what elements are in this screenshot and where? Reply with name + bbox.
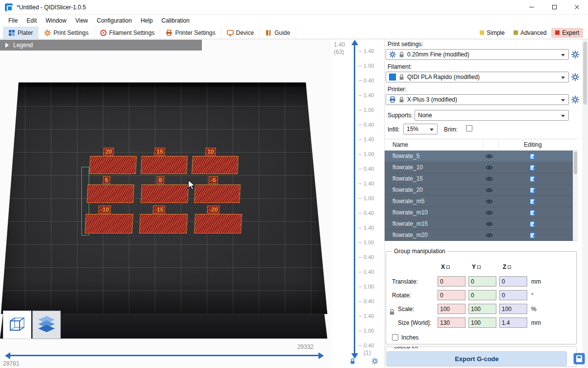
menu-view[interactable]: View: [71, 17, 93, 24]
object-row[interactable]: flowrate_m5: [385, 196, 573, 207]
inches-checkbox[interactable]: [392, 334, 398, 341]
menu-file[interactable]: File: [4, 17, 22, 24]
menu-calibration[interactable]: Calibration: [157, 17, 194, 24]
preview-view-button[interactable]: [32, 311, 61, 339]
edit-icon[interactable]: [530, 198, 537, 206]
flowrate-object[interactable]: [139, 214, 188, 234]
print-settings-gear-button[interactable]: [571, 50, 580, 59]
edit-icon[interactable]: [530, 209, 537, 217]
rotate-label: Rotate:: [392, 292, 411, 299]
tab-device[interactable]: Device: [221, 26, 260, 39]
size-x-input[interactable]: [438, 317, 466, 328]
object-row[interactable]: flowrate_15: [385, 173, 573, 184]
tick-mark: [359, 95, 362, 96]
object-row[interactable]: flowrate_m10: [385, 207, 573, 218]
menu-window[interactable]: Window: [41, 17, 71, 24]
moves-slider-right-arrow[interactable]: [318, 352, 324, 359]
size-z-input[interactable]: [499, 317, 527, 328]
tab-filament-settings[interactable]: Filament Settings: [95, 26, 161, 39]
eye-icon[interactable]: [486, 165, 493, 172]
flowrate-object[interactable]: [194, 214, 242, 234]
translate-y-input[interactable]: [468, 276, 496, 287]
mode-advanced[interactable]: Advanced: [510, 28, 550, 38]
flowrate-object[interactable]: [85, 214, 133, 234]
rotate-y-input[interactable]: [468, 290, 496, 300]
layer-slider-lock-icon[interactable]: [350, 358, 355, 366]
infill-combo[interactable]: 15%: [403, 124, 438, 134]
edit-icon[interactable]: [530, 232, 537, 240]
menu-bar: FileEditWindowViewConfigurationHelpCalib…: [0, 15, 588, 26]
scale-y-input[interactable]: [468, 304, 496, 314]
edit-icon[interactable]: [530, 153, 537, 161]
tab-plater[interactable]: Plater: [3, 26, 39, 39]
supports-combo[interactable]: None: [415, 110, 569, 121]
filament-gear-button[interactable]: [571, 73, 580, 81]
sidebar-scrollbar-thumb[interactable]: [583, 42, 587, 105]
size-y-input[interactable]: [468, 317, 496, 328]
translate-z-input[interactable]: [499, 276, 527, 287]
sidebar-scrollbar[interactable]: [582, 39, 588, 368]
filament-icon: [100, 29, 107, 36]
eye-icon[interactable]: [486, 176, 493, 183]
maximize-button[interactable]: [543, 0, 565, 15]
edit-icon[interactable]: [530, 164, 537, 172]
layer-slider-gear-icon[interactable]: [371, 358, 378, 366]
object-row[interactable]: flowrate_10: [385, 162, 573, 173]
plater-icon: [8, 29, 15, 36]
object-list-scrollbar-thumb[interactable]: [574, 152, 577, 174]
menu-edit[interactable]: Edit: [22, 17, 41, 24]
flowrate-object[interactable]: [194, 184, 241, 203]
translate-x-input[interactable]: [438, 276, 466, 287]
flowrate-object[interactable]: [141, 156, 188, 174]
export-gcode-button[interactable]: Export G-code: [387, 351, 567, 366]
close-button[interactable]: [565, 0, 588, 15]
printer-gear-button[interactable]: [571, 95, 580, 104]
flowrate-object[interactable]: [141, 184, 189, 203]
print-settings-combo[interactable]: 0.20mm Fine (modified): [386, 49, 569, 60]
scale-x-input[interactable]: [438, 304, 466, 314]
brim-checkbox[interactable]: [466, 125, 472, 131]
eye-icon[interactable]: [486, 187, 493, 194]
flowrate-object[interactable]: [192, 156, 239, 174]
layer-slider-up-arrow[interactable]: [351, 40, 358, 45]
layer-slider-track[interactable]: [354, 45, 355, 354]
minimize-button[interactable]: [520, 0, 543, 15]
eye-icon[interactable]: [486, 221, 493, 228]
print-settings-value: 0.20mm Fine (modified): [407, 51, 477, 58]
edit-icon[interactable]: [530, 220, 537, 229]
moves-slider-track[interactable]: [10, 355, 319, 356]
tab-printer-settings[interactable]: Printer Settings: [160, 26, 221, 39]
unit-label: °: [531, 292, 534, 299]
eye-icon[interactable]: [486, 154, 493, 160]
object-row[interactable]: flowrate_5: [385, 151, 573, 162]
object-row[interactable]: flowrate_20: [385, 184, 573, 196]
tab-print-settings[interactable]: Print Settings: [39, 26, 94, 39]
mode-simple[interactable]: Simple: [476, 28, 509, 38]
object-row[interactable]: flowrate_m20: [385, 230, 573, 241]
menu-help[interactable]: Help: [136, 17, 157, 24]
mode-expert[interactable]: Expert: [551, 28, 583, 38]
uniform-scale-lock-icon[interactable]: [389, 309, 395, 317]
printer-combo[interactable]: X-Plus 3 (modified): [386, 94, 569, 105]
rotate-z-input[interactable]: [499, 290, 527, 300]
layer-slider-current-layer: (63): [334, 49, 344, 55]
menu-configuration[interactable]: Configuration: [93, 17, 136, 24]
flowrate-object[interactable]: [87, 184, 134, 203]
edit-icon[interactable]: [530, 175, 537, 184]
object-name: flowrate_5: [392, 153, 419, 159]
tab-guide[interactable]: Guide: [260, 26, 296, 39]
eye-icon[interactable]: [486, 210, 493, 217]
object-list-scrollbar[interactable]: [573, 151, 578, 240]
filament-combo[interactable]: QIDI PLA Rapido (modified): [386, 72, 569, 82]
eye-icon[interactable]: [486, 199, 493, 206]
legend-bar[interactable]: Legend: [0, 40, 202, 51]
eye-icon[interactable]: [486, 233, 493, 239]
export-sd-icon[interactable]: [573, 352, 586, 365]
rotate-x-input[interactable]: [438, 290, 466, 300]
object-row[interactable]: flowrate_m15: [385, 218, 573, 230]
flowrate-object[interactable]: [89, 156, 137, 174]
scale-z-input[interactable]: [499, 304, 527, 314]
viewport-3d[interactable]: Legend 20151050-5-10-15-20 29332 28781: [0, 39, 331, 368]
editor-view-button[interactable]: [3, 311, 31, 339]
edit-icon[interactable]: [530, 186, 537, 195]
